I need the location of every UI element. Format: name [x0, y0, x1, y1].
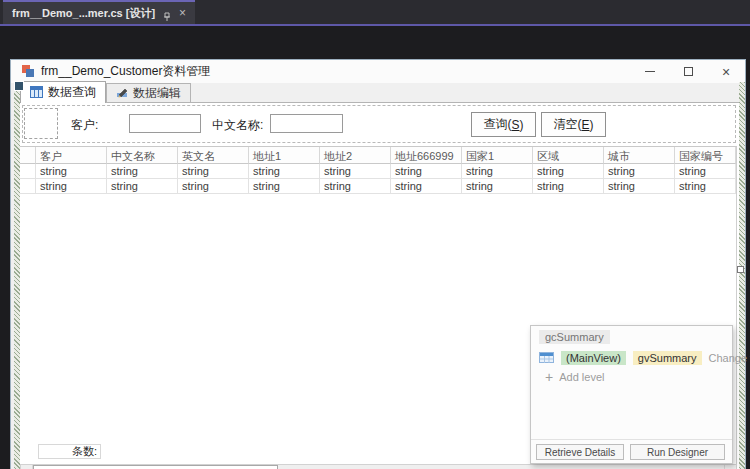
grid-cell[interactable]: string: [36, 179, 107, 194]
run-designer-button[interactable]: Run Designer: [630, 444, 725, 460]
popup-divider: [531, 439, 732, 440]
designer-smart-tag[interactable]: [15, 82, 23, 90]
grid-column-header[interactable]: 国家1: [462, 147, 533, 164]
gcsummary-designer-popup: gcSummary (MainView) gvSummary Change vi…: [530, 325, 733, 464]
grid-cell[interactable]: string: [533, 179, 604, 194]
grid-column-header[interactable]: 客户: [36, 147, 107, 164]
grid-row: string string string string string strin…: [20, 179, 736, 194]
grid-column-header[interactable]: 地址2: [320, 147, 391, 164]
clear-button-text: 清空(: [553, 116, 581, 133]
tab-data-query-label: 数据查询: [48, 84, 96, 101]
grid-cell[interactable]: string: [604, 164, 675, 179]
change-view-link[interactable]: Change view: [709, 352, 750, 364]
grid-cell[interactable]: string: [391, 179, 462, 194]
grid-column-header[interactable]: 地址1: [249, 147, 320, 164]
filter-panel: 客户: 中文名称: 查询(S) 清空(E): [22, 105, 736, 143]
grid-cell[interactable]: string: [107, 179, 178, 194]
grid-cell[interactable]: string: [249, 179, 320, 194]
grid-cell[interactable]: string: [462, 164, 533, 179]
selection-hatch-right: [739, 82, 745, 469]
plus-icon: +: [545, 372, 553, 383]
chinese-name-input[interactable]: [270, 114, 343, 133]
grid-indicator-header: [20, 147, 36, 164]
view-name-chip[interactable]: gvSummary: [633, 351, 702, 365]
scroll-right-icon[interactable]: ▶: [724, 465, 736, 469]
edit-pencil-icon: [116, 84, 128, 102]
record-count-box[interactable]: 条数:: [38, 444, 101, 459]
clear-button-hotkey: E: [581, 118, 589, 132]
grid-cell[interactable]: string: [320, 164, 391, 179]
grid-column-header[interactable]: 区域: [533, 147, 604, 164]
add-level-link[interactable]: + Add level: [545, 371, 604, 383]
scroll-left-icon[interactable]: ◀: [21, 465, 33, 469]
grid-cell[interactable]: string: [462, 179, 533, 194]
designer-canvas: frm__Demo_Customer资料管理 × 数据查询: [0, 26, 750, 469]
grid-cell[interactable]: string: [675, 164, 736, 179]
vs-designer-screen: frm__Demo_...mer.cs [设计] × frm__Demo_Cus…: [0, 0, 750, 469]
close-window-icon[interactable]: ×: [715, 63, 737, 81]
tab-data-edit[interactable]: 数据编辑: [106, 83, 191, 102]
empty-picture-box[interactable]: [24, 108, 58, 139]
grid-row-indicator[interactable]: [20, 179, 36, 194]
minimize-icon[interactable]: [639, 63, 661, 81]
grid-view-icon: [539, 349, 554, 367]
form-title: frm__Demo_Customer资料管理: [41, 63, 210, 80]
grid-column-header[interactable]: 中文名称: [107, 147, 178, 164]
query-button[interactable]: 查询(S): [471, 112, 536, 137]
clear-button[interactable]: 清空(E): [541, 112, 606, 137]
grid-cell[interactable]: string: [178, 179, 249, 194]
tab-control-header: 数据查询 数据编辑: [20, 82, 739, 103]
form-icon: [22, 65, 35, 78]
tab-data-edit-label: 数据编辑: [133, 85, 181, 102]
chinese-name-label: 中文名称:: [212, 117, 263, 134]
grid-column-header[interactable]: 地址666999: [391, 147, 462, 164]
grid-header-row: 客户 中文名称 英文名 地址1 地址2 地址666999 国家1 区域 城市 国…: [20, 147, 736, 164]
scrollbar-thumb[interactable]: [33, 465, 278, 469]
close-tab-icon[interactable]: ×: [179, 8, 186, 18]
grid-row: string string string string string strin…: [20, 164, 736, 179]
vs-document-tab[interactable]: frm__Demo_...mer.cs [设计] ×: [3, 0, 195, 24]
gcsummary-name-chip[interactable]: gcSummary: [539, 330, 610, 344]
resize-handle-right-middle[interactable]: [737, 266, 744, 273]
add-level-label: Add level: [559, 371, 604, 383]
query-button-hotkey: S: [511, 118, 519, 132]
window-controls: ×: [639, 60, 737, 83]
grid-cell[interactable]: string: [178, 164, 249, 179]
grid-cell[interactable]: string: [107, 164, 178, 179]
grid-cell[interactable]: string: [36, 164, 107, 179]
grid-cell[interactable]: string: [533, 164, 604, 179]
vs-document-tab-title: frm__Demo_...mer.cs [设计]: [12, 6, 155, 21]
grid-cell[interactable]: string: [320, 179, 391, 194]
grid-cell[interactable]: string: [604, 179, 675, 194]
grid-column-header[interactable]: 国家编号: [675, 147, 736, 164]
main-view-chip[interactable]: (MainView): [561, 351, 626, 365]
table-grid-icon: [30, 84, 43, 102]
retrieve-details-button[interactable]: Retrieve Details: [536, 444, 624, 460]
grid-column-header[interactable]: 英文名: [178, 147, 249, 164]
vs-document-tabstrip: frm__Demo_...mer.cs [设计] ×: [0, 0, 750, 26]
customer-label: 客户:: [71, 117, 98, 134]
grid-cell[interactable]: string: [391, 164, 462, 179]
form-titlebar: frm__Demo_Customer资料管理 ×: [11, 60, 745, 83]
clear-button-text-suffix: ): [590, 118, 594, 132]
grid-cell[interactable]: string: [249, 164, 320, 179]
query-button-text: 查询(: [483, 116, 511, 133]
grid-row-indicator[interactable]: [20, 164, 36, 179]
horizontal-scrollbar[interactable]: ◀ ▶: [20, 464, 737, 469]
customer-input[interactable]: [129, 114, 201, 133]
pin-icon[interactable]: [162, 8, 172, 18]
grid-cell[interactable]: string: [675, 179, 736, 194]
grid-column-header[interactable]: 城市: [604, 147, 675, 164]
maximize-icon[interactable]: [677, 63, 699, 81]
query-button-text-suffix: ): [520, 118, 524, 132]
tab-data-query[interactable]: 数据查询: [20, 81, 106, 103]
view-row: (MainView) gvSummary Change view: [539, 349, 750, 367]
